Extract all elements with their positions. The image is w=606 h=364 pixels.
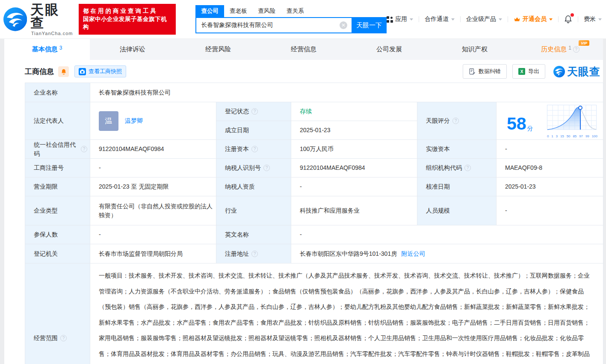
tab-business-info[interactable]: 经营信息 — [261, 39, 346, 60]
table-row: 企业名称 长春智象探微科技有限公司 — [25, 83, 603, 102]
divider — [578, 16, 578, 22]
nav-user[interactable]: 费米 — [584, 15, 602, 23]
search-tab-boss[interactable]: 查老板 — [224, 5, 253, 17]
tab-history-info[interactable]: VIP 历史信息1 ? — [517, 39, 603, 60]
edit-document-icon — [469, 68, 476, 75]
tab-intellectual-property[interactable]: 知识产权 — [432, 39, 517, 60]
section-header: 工商信息 查看工商快照 数据纠错 X 导出 天眼查 — [4, 60, 603, 83]
help-icon[interactable]: ? — [60, 335, 67, 341]
english-name-value: - — [291, 225, 603, 244]
notifications-bell[interactable] — [564, 15, 572, 24]
svg-text:X: X — [520, 69, 523, 74]
reg-no-value: - — [90, 159, 216, 178]
help-icon[interactable]: ? — [251, 108, 258, 115]
score-value: 58 分 — [497, 102, 603, 140]
divider — [419, 16, 419, 22]
brand-slogan: 都在用的商业查询工具 国家中小企业发展子基金旗下机构 — [79, 4, 176, 35]
search-tab-company[interactable]: 查公司 — [195, 5, 224, 17]
snapshot-button[interactable]: 查看工商快照 — [74, 65, 126, 77]
help-icon[interactable]: ? — [464, 165, 471, 171]
top-header: 天眼查 TianYanCha.com 都在用的商业查询工具 国家中小企业发展子基… — [0, 0, 606, 38]
tianyancha-swirl-icon — [3, 7, 27, 31]
table-row: 参保人数 - 英文名称 - — [25, 225, 603, 244]
divider — [558, 16, 559, 22]
authority-label: 登记机关 — [25, 244, 90, 263]
org-code-label: 组织机构代码? — [417, 159, 497, 178]
score-axis-labels: 0131550859799100 — [547, 134, 598, 139]
score-unit: 分 — [527, 125, 533, 131]
legal-rep-label: 法定代表人 — [25, 102, 90, 140]
reg-no-label: 工商注册号 — [25, 159, 90, 178]
tab-legal-litigation[interactable]: 法律诉讼 — [90, 39, 175, 60]
section-title: 工商信息 — [25, 67, 54, 77]
clear-icon[interactable]: ✕ — [340, 21, 347, 29]
search-tab-relation[interactable]: 查关系 — [281, 5, 310, 17]
crown-icon — [514, 16, 520, 22]
chevron-down-icon — [451, 18, 455, 21]
company-name-value: 长春智象探微科技有限公司 — [90, 83, 603, 102]
chevron-down-icon — [410, 18, 413, 21]
divider — [460, 16, 461, 22]
help-icon[interactable]: ? — [263, 165, 270, 171]
est-date-label: 成立日期 — [216, 121, 291, 140]
tab-operating-risk[interactable]: 经营风险 — [175, 39, 261, 60]
bell-icon — [61, 68, 67, 75]
staff-size-label: 人员规模 — [417, 196, 497, 225]
brand-domain: TianYanCha.com — [31, 31, 73, 36]
nav-partners[interactable]: 合作通道 — [425, 15, 455, 23]
score-number: 58 — [507, 115, 526, 133]
table-row: 经营范围? 一般项目：技术服务、技术开发、技术咨询、技术交流、技术转让、技术推广… — [25, 263, 603, 364]
help-icon[interactable]: ? — [251, 146, 258, 152]
reg-status-label: 登记状态? — [216, 102, 291, 121]
search-button[interactable]: 天眼一下 — [352, 17, 387, 33]
help-icon[interactable]: ? — [81, 146, 87, 152]
company-name-label: 企业名称 — [25, 83, 90, 102]
credit-code-value: 91220104MAEAQF0984 — [90, 140, 216, 159]
data-correction-button[interactable]: 数据纠错 — [463, 64, 507, 79]
table-row: 法定代表人 温 温梦卿 登记状态? 存续 天眼评分? 58 分 — [25, 102, 603, 140]
term-label: 营业期限 — [25, 178, 90, 196]
grid-icon — [387, 16, 393, 23]
scope-value: 一般项目：技术服务、技术开发、技术咨询、技术交流、技术转让、技术推广（人参及其产… — [90, 263, 603, 364]
help-icon[interactable]: ? — [573, 46, 579, 53]
chevron-down-icon — [549, 18, 553, 21]
help-icon[interactable]: ? — [452, 118, 459, 124]
scope-label: 经营范围? — [25, 263, 90, 364]
search-tab-risk[interactable]: 查风险 — [252, 5, 281, 17]
monitor-bell-button[interactable] — [58, 66, 69, 77]
reg-capital-value: 100万人民币 — [291, 140, 417, 159]
nav-enterprise[interactable]: 企业级产品 — [466, 15, 502, 23]
tab-basic-info[interactable]: 基本信息3 — [4, 39, 90, 60]
paid-capital-value: - — [497, 140, 603, 159]
nav-apps[interactable]: 应用 — [387, 15, 413, 23]
legal-rep-value: 温 温梦卿 — [90, 102, 216, 140]
org-code-value: MAEAQF09-8 — [497, 159, 603, 178]
vip-badge: VIP — [579, 40, 589, 46]
avatar[interactable]: 温 — [99, 111, 118, 131]
address-label: 注册地址? — [216, 244, 291, 263]
help-icon[interactable]: ? — [251, 251, 258, 257]
tianyancha-logo[interactable]: 天眼查 TianYanCha.com — [3, 3, 74, 36]
top-nav: 应用 合作通道 企业级产品 开通会员 费米 — [387, 15, 602, 24]
search-input[interactable] — [195, 17, 352, 33]
export-button[interactable]: X 导出 — [512, 64, 545, 79]
nearby-companies-link[interactable]: 附近公司 — [401, 249, 425, 258]
tab-count: 3 — [59, 45, 62, 51]
insured-label: 参保人数 — [25, 225, 90, 244]
table-row: 登记机关 长春市市场监督管理局朝阳分局 注册地址? 长春市朝阳区东中华路9号10… — [25, 244, 603, 263]
reg-capital-label: 注册资本? — [216, 140, 291, 159]
company-type-label: 企业类型 — [25, 196, 90, 225]
chevron-down-icon — [598, 18, 602, 21]
legal-rep-link[interactable]: 温梦卿 — [125, 116, 143, 125]
table-row: 营业期限 2025-01-23 至 无固定期限 纳税人资质 - 核准日期 202… — [25, 178, 603, 196]
search-block: 查公司 查老板 查风险 查关系 ✕ 天眼一下 — [195, 5, 387, 33]
paid-capital-label: 实缴资本 — [417, 140, 497, 159]
taxpayer-quality-label: 纳税人资质 — [216, 178, 291, 196]
search-tabs: 查公司 查老板 查风险 查关系 — [195, 5, 387, 17]
tab-company-development[interactable]: 公司发展 — [346, 39, 432, 60]
nav-open-vip[interactable]: 开通会员 — [514, 15, 553, 23]
chevron-down-icon — [499, 18, 502, 21]
table-row: 统一社会信用代码? 91220104MAEAQF0984 注册资本? 100万人… — [25, 140, 603, 159]
score-curve-chart: 0131550859799100 — [547, 104, 598, 139]
brand-name: 天眼查 — [30, 3, 74, 30]
